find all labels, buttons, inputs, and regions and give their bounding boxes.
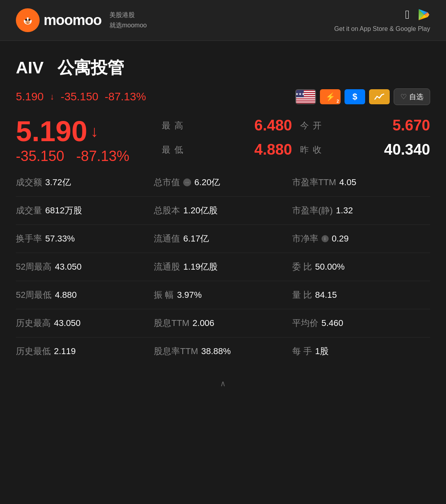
cell-4-3: 量 比 84.15	[292, 289, 430, 301]
svg-rect-19	[296, 100, 315, 101]
main-content: AIV 公寓投管 5.190 ↓ -35.150 -87.13%	[0, 41, 446, 373]
change-value: -35.150	[16, 148, 64, 164]
open-value: 5.670	[392, 117, 430, 134]
header: moomoo 美股港股 就选moomoo 	[0, 0, 446, 41]
cell-0-1: 成交额 3.72亿	[16, 176, 154, 188]
low-value: 4.880	[255, 141, 292, 158]
main-price-arrow: ↓	[90, 123, 98, 139]
price-change: -35.150	[61, 90, 98, 103]
open-close-block: 今 开 5.670 昨 收 40.340	[292, 117, 430, 158]
cell-1-2: 总股本 1.20亿股	[154, 205, 292, 217]
stats-row-4: 52周最低 4.880 振 幅 3.97% 量 比 84.15	[16, 281, 430, 309]
svg-rect-17	[296, 97, 315, 98]
stats-row-3: 52周最高 43.050 流通股 1.19亿股 委 比 50.00%	[16, 253, 430, 281]
ellipsis-icon: ···	[183, 178, 191, 186]
header-subtitle: 美股港股 就选moomoo	[109, 10, 147, 30]
cell-4-2: 振 幅 3.97%	[154, 289, 292, 301]
store-icons: 	[405, 8, 430, 21]
cell-6-3: 每 手 1股	[292, 345, 430, 357]
svg-text:★★★: ★★★	[296, 92, 305, 96]
cell-5-2: 股息TTM 2.006	[154, 317, 292, 329]
prev-close-value: 40.340	[384, 141, 430, 158]
price-row: 5.190 ↓ -35.150 -87.13%	[16, 88, 430, 105]
moomoo-logo-icon	[16, 8, 40, 32]
change-pct-value: -87.13%	[76, 148, 129, 164]
price-delta-display: -35.150 -87.13%	[16, 148, 154, 165]
stock-title: AIV 公寓投管	[16, 57, 430, 79]
cell-6-1: 历史最低 2.119	[16, 345, 154, 357]
svg-point-7	[27, 23, 29, 23]
cell-3-3: 委 比 50.00%	[292, 261, 430, 273]
current-price-header: 5.190	[16, 90, 44, 103]
header-left: moomoo 美股港股 就选moomoo	[16, 8, 147, 32]
open-label: 今 开	[300, 120, 322, 132]
cell-1-1: 成交量 6812万股	[16, 205, 154, 217]
cell-5-3: 平均价 5.460	[292, 317, 430, 329]
cell-5-1: 历史最高 43.050	[16, 317, 154, 329]
cell-2-3: 市净率 i 0.29	[292, 233, 430, 245]
cell-6-2: 股息率TTM 38.88%	[154, 345, 292, 357]
stats-row-2: 换手率 57.33% 流通值 6.17亿 市净率 i 0.29	[16, 225, 430, 253]
cell-3-1: 52周最高 43.050	[16, 261, 154, 273]
heart-icon: ♡	[400, 92, 407, 101]
us-flag-button[interactable]: ★★★	[295, 89, 316, 104]
cell-2-2: 流通值 6.17亿	[154, 233, 292, 245]
dollar-button[interactable]: $	[345, 89, 365, 104]
stats-row-6: 历史最低 2.119 股息率TTM 38.88% 每 手 1股	[16, 337, 430, 365]
svg-rect-21	[296, 102, 315, 103]
watchlist-button[interactable]: ♡ 自选	[394, 88, 430, 105]
svg-rect-18	[296, 98, 315, 100]
main-price-block: 5.190 ↓ -35.150 -87.13%	[16, 117, 154, 165]
price-change-pct: -87.13%	[105, 90, 146, 103]
watchlist-label: 自选	[409, 92, 423, 102]
data-section: 成交额 3.72亿 总市值 ··· 6.20亿 市盈率TTM 4.05 成交量 …	[16, 169, 430, 365]
lightning-button[interactable]: ⚡ 2	[320, 89, 341, 104]
price-info: 5.190 ↓ -35.150 -87.13%	[16, 90, 146, 103]
action-buttons: ★★★ ⚡ 2 $ ♡ 自选	[295, 88, 430, 105]
svg-rect-22	[296, 103, 315, 104]
chart-button[interactable]	[369, 89, 390, 104]
stock-name: 公寓投管	[57, 58, 124, 77]
price-arrow: ↓	[50, 92, 54, 102]
high-value: 6.480	[255, 117, 292, 134]
expand-icon: ∧	[220, 379, 226, 388]
cell-0-2: 总市值 ··· 6.20亿	[154, 176, 292, 188]
info-icon: i	[322, 235, 329, 242]
cell-0-3: 市盈率TTM 4.05	[292, 176, 430, 188]
svg-point-6	[29, 19, 31, 21]
cell-3-2: 流通股 1.19亿股	[154, 261, 292, 273]
cell-4-1: 52周最低 4.880	[16, 289, 154, 301]
low-label: 最 低	[162, 144, 184, 156]
bottom-bar: ∧	[0, 373, 446, 394]
svg-point-4	[25, 20, 30, 24]
subtitle-line2: 就选moomoo	[109, 20, 147, 31]
high-label: 最 高	[162, 120, 184, 132]
google-play-icon	[417, 8, 430, 21]
logo-container: moomoo	[16, 8, 101, 32]
prev-close-label: 昨 收	[300, 144, 322, 156]
current-price-display: 5.190 ↓	[16, 117, 154, 146]
stats-row-1: 成交量 6812万股 总股本 1.20亿股 市盈率(静) 1.32	[16, 197, 430, 225]
subtitle-line1: 美股港股	[109, 10, 147, 20]
logo-name: moomoo	[44, 12, 101, 29]
svg-point-5	[25, 19, 27, 21]
cell-1-3: 市盈率(静) 1.32	[292, 205, 430, 217]
cell-2-1: 换手率 57.33%	[16, 233, 154, 245]
header-right: 	[334, 8, 430, 33]
apple-icon: 	[405, 8, 410, 21]
stats-row-5: 历史最高 43.050 股息TTM 2.006 平均价 5.460	[16, 309, 430, 337]
stock-ticker: AIV	[16, 58, 44, 77]
svg-rect-20	[296, 100, 315, 102]
high-low-block: 最 高 6.480 最 低 4.880	[154, 117, 292, 158]
main-price-value: 5.190	[16, 117, 87, 146]
store-text: Get it on App Store & Google Play	[334, 25, 430, 33]
stats-row-0: 成交额 3.72亿 总市值 ··· 6.20亿 市盈率TTM 4.05	[16, 169, 430, 197]
